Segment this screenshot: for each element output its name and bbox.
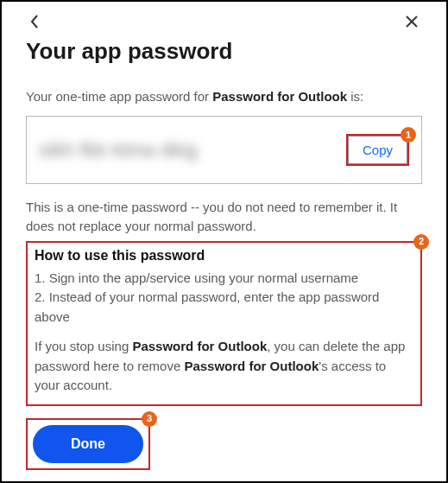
app-name-2: Password for Outlook xyxy=(132,339,267,353)
chevron-left-icon xyxy=(29,14,40,29)
annotation-box-3: 3 Done xyxy=(26,418,150,470)
howto-step-1: 1. Sign into the app/service using your … xyxy=(35,269,413,289)
intro-text: Your one-time app password for Password … xyxy=(26,89,422,104)
intro-suffix: is: xyxy=(347,89,363,104)
app-name: Password for Outlook xyxy=(212,89,347,104)
top-bar xyxy=(26,9,422,35)
intro-prefix: Your one-time app password for xyxy=(26,89,212,104)
annotation-badge-3: 3 xyxy=(142,411,157,427)
annotation-badge-2: 2 xyxy=(413,234,429,250)
back-button[interactable] xyxy=(26,10,43,33)
password-box: sikh fkb ktma dkig Copy 1 xyxy=(26,116,422,184)
copy-button[interactable]: Copy xyxy=(348,136,407,164)
delete-pre: If you stop using xyxy=(35,339,132,353)
annotation-badge-1: 1 xyxy=(401,127,416,143)
close-icon xyxy=(405,15,419,29)
page-title: Your app password xyxy=(26,38,422,65)
app-name-3: Password for Outlook xyxy=(184,359,319,373)
password-value: sikh fkb ktma dkig xyxy=(39,139,198,162)
delete-note: If you stop using Password for Outlook, … xyxy=(35,337,413,396)
annotation-box-1: Copy 1 xyxy=(346,134,409,166)
howto-step-2: 2. Instead of your normal password, ente… xyxy=(35,288,413,327)
one-time-note: This is a one-time password -- you do no… xyxy=(26,198,422,236)
close-button[interactable] xyxy=(401,11,422,32)
howto-title: How to use this password xyxy=(35,248,413,264)
done-button[interactable]: Done xyxy=(33,425,143,463)
annotation-box-2: 2 How to use this password 1. Sign into … xyxy=(26,241,422,406)
